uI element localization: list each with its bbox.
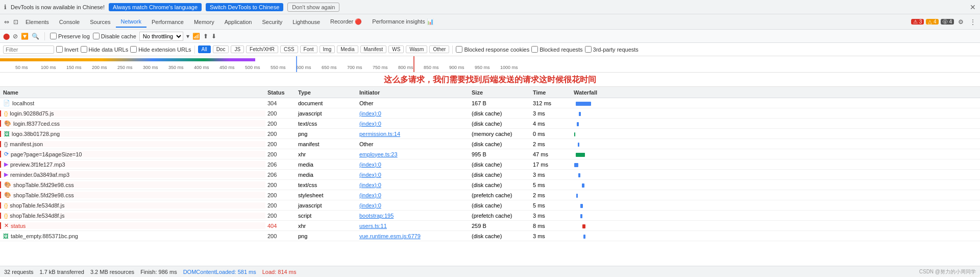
- initiator-link[interactable]: (index):0: [359, 110, 381, 117]
- blocked-requests-checkbox[interactable]: [531, 46, 538, 53]
- row-name[interactable]: localhost: [12, 100, 34, 106]
- row-name[interactable]: page?page=1&pageSize=10: [11, 151, 82, 157]
- inspect-icon[interactable]: ⇔: [2, 18, 11, 26]
- row-name[interactable]: login.90288d75.js: [10, 110, 54, 117]
- row-name[interactable]: preview.3f1fe127.mp3: [10, 161, 65, 168]
- throttle-arrow[interactable]: ▾: [186, 33, 189, 40]
- table-row[interactable]: ▶ preview.3f1fe127.mp3 206 media (index)…: [0, 159, 980, 170]
- row-name[interactable]: logo.38b01728.png: [12, 131, 60, 137]
- preserve-log-checkbox[interactable]: [50, 33, 57, 39]
- filter-manifest-btn[interactable]: Manifest: [360, 45, 387, 53]
- table-row[interactable]: {} shopTable.fe534d8f.js 200 javascript …: [0, 200, 980, 211]
- switch-devtools-button[interactable]: Switch DevTools to Chinese: [206, 3, 283, 11]
- filter-font-btn[interactable]: Font: [300, 45, 317, 53]
- filter-icon[interactable]: 🔽: [21, 33, 29, 40]
- filter-img-btn[interactable]: Img: [320, 45, 335, 53]
- table-row[interactable]: ▶ reminder.0a3849af.mp3 206 media (index…: [0, 170, 980, 180]
- hide-ext-urls-label[interactable]: Hide extension URLs: [130, 46, 191, 53]
- filter-doc-btn[interactable]: Doc: [213, 45, 229, 53]
- filter-ws-btn[interactable]: WS: [388, 45, 404, 53]
- table-row[interactable]: 🖼 table_empty.885371bc.png 200 png vue.r…: [0, 231, 980, 241]
- device-icon[interactable]: ⊡: [11, 18, 20, 26]
- table-row[interactable]: {} shopTable.fe534d8f.js 200 script boot…: [0, 211, 980, 221]
- initiator-link[interactable]: vue.runtime.esm.js:6779: [359, 233, 421, 239]
- tab-recorder[interactable]: Recorder 🔴: [325, 16, 367, 27]
- tab-application[interactable]: Application: [219, 17, 257, 27]
- tab-elements[interactable]: Elements: [20, 17, 54, 27]
- dont-show-again-button[interactable]: Don't show again: [287, 3, 339, 12]
- blocked-requests-label[interactable]: Blocked requests: [531, 46, 582, 53]
- import-icon[interactable]: ⬆: [203, 33, 208, 40]
- third-party-label[interactable]: 3rd-party requests: [585, 46, 639, 53]
- row-type-icon: ⟳: [4, 151, 9, 157]
- row-name[interactable]: manifest.json: [10, 141, 43, 147]
- filter-fetchxhr-btn[interactable]: Fetch/XHR: [246, 45, 278, 53]
- preserve-log-label[interactable]: Preserve log: [50, 33, 90, 39]
- filter-all-btn[interactable]: All: [198, 45, 211, 53]
- disable-cache-checkbox[interactable]: [93, 33, 100, 39]
- row-name[interactable]: shopTable.fe534d8f.js: [10, 213, 64, 219]
- blocked-cookies-checkbox[interactable]: [456, 46, 462, 53]
- filter-input[interactable]: [3, 45, 54, 54]
- row-name[interactable]: login.f8377ced.css: [13, 121, 60, 127]
- filter-wasm-btn[interactable]: Wasm: [406, 45, 427, 53]
- hide-data-urls-checkbox[interactable]: [81, 46, 87, 53]
- match-language-button[interactable]: Always match Chrome's language: [109, 3, 202, 11]
- hide-ext-urls-checkbox[interactable]: [130, 46, 137, 53]
- table-row[interactable]: {} manifest.json 200 manifest Other (dis…: [0, 139, 980, 149]
- table-row[interactable]: 🎨 shopTable.5fd29e98.css 200 stylesheet …: [0, 190, 980, 200]
- hide-data-urls-label[interactable]: Hide data URLs: [81, 46, 129, 53]
- invert-label[interactable]: Invert: [56, 46, 79, 53]
- table-row[interactable]: {} login.90288d75.js 200 javascript (ind…: [0, 108, 980, 119]
- clear-icon[interactable]: ⊘: [13, 33, 18, 40]
- throttle-select[interactable]: No throttling: [139, 32, 183, 41]
- col-header-name[interactable]: Name: [0, 89, 265, 96]
- tab-sources[interactable]: Sources: [85, 17, 115, 27]
- row-name[interactable]: status: [11, 223, 26, 229]
- row-name[interactable]: shopTable.fe534d8f.js: [10, 202, 64, 209]
- tab-memory[interactable]: Memory: [189, 17, 219, 27]
- tab-lighthouse[interactable]: Lighthouse: [287, 17, 325, 27]
- initiator-link[interactable]: permission.ts:14: [359, 131, 400, 137]
- tab-security[interactable]: Security: [257, 17, 287, 27]
- tab-network[interactable]: Network: [116, 16, 146, 28]
- export-icon[interactable]: ⬇: [211, 33, 216, 40]
- initiator-link[interactable]: (index):0: [359, 192, 381, 198]
- filter-js-btn[interactable]: JS: [231, 45, 244, 53]
- initiator-link[interactable]: (index):0: [359, 121, 381, 127]
- table-row[interactable]: 🖼 logo.38b01728.png 200 png permission.t…: [0, 129, 980, 139]
- row-time: 3 ms: [531, 233, 572, 239]
- notification-close-icon[interactable]: ✕: [970, 3, 976, 11]
- initiator-link[interactable]: users.ts:11: [359, 223, 387, 229]
- settings-icon[interactable]: ⚙: [956, 18, 966, 26]
- row-name[interactable]: table_empty.885371bc.png: [11, 233, 78, 239]
- filter-other-btn[interactable]: Other: [429, 45, 449, 53]
- row-name[interactable]: shopTable.5fd29e98.css: [13, 182, 74, 188]
- table-row[interactable]: ✕ status 404 xhr users.ts:11 259 B 8 ms: [0, 221, 980, 231]
- table-row[interactable]: ⟳ page?page=1&pageSize=10 200 xhr employ…: [0, 149, 980, 159]
- table-row[interactable]: 🎨 login.f8377ced.css 200 text/css (index…: [0, 119, 980, 129]
- disable-cache-label[interactable]: Disable cache: [93, 33, 136, 39]
- initiator-link[interactable]: employee.ts:23: [359, 151, 398, 157]
- table-row[interactable]: 📄 localhost 304 document Other 167 B 312…: [0, 98, 980, 108]
- filter-media-btn[interactable]: Media: [337, 45, 358, 53]
- wifi-icon[interactable]: 📶: [192, 33, 200, 40]
- initiator-link[interactable]: bootstrap:195: [359, 213, 394, 219]
- row-name[interactable]: shopTable.5fd29e98.css: [13, 192, 74, 198]
- third-party-checkbox[interactable]: [585, 46, 592, 53]
- more-icon[interactable]: ⋮: [968, 18, 978, 26]
- invert-checkbox[interactable]: [56, 46, 63, 53]
- record-icon[interactable]: ⬤: [3, 33, 10, 40]
- initiator-link[interactable]: (index):0: [359, 202, 381, 209]
- tab-performance-insights[interactable]: Performance insights 📊: [367, 16, 438, 27]
- initiator-link[interactable]: (index):0: [359, 182, 381, 188]
- initiator-link[interactable]: (index):0: [359, 172, 381, 178]
- search-icon[interactable]: 🔍: [32, 33, 39, 40]
- blocked-cookies-label[interactable]: Blocked response cookies: [456, 46, 529, 53]
- initiator-link[interactable]: (index):0: [359, 161, 381, 168]
- row-name[interactable]: reminder.0a3849af.mp3: [10, 172, 69, 178]
- tab-performance[interactable]: Performance: [146, 17, 189, 27]
- filter-css-btn[interactable]: CSS: [280, 45, 298, 53]
- tab-console[interactable]: Console: [54, 17, 85, 27]
- table-row[interactable]: 🎨 shopTable.5fd29e98.css 200 text/css (i…: [0, 180, 980, 190]
